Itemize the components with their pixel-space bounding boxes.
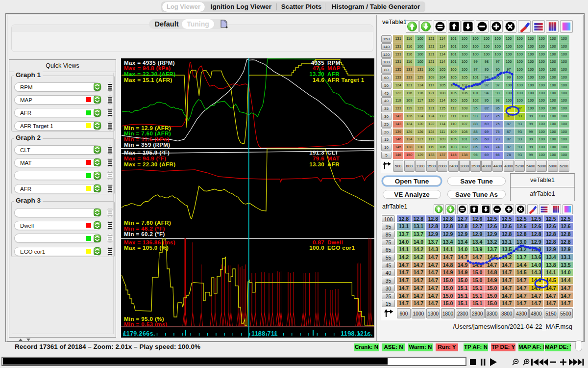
svg-text:EGO cor1: EGO cor1 <box>327 245 355 251</box>
svg-text:14.6: 14.6 <box>313 77 324 83</box>
svg-text:Min = 46.2 (°F): Min = 46.2 (°F) <box>124 226 165 232</box>
svg-text:Max = 15.1 (AFR): Max = 15.1 (AFR) <box>124 77 172 83</box>
svg-text:Max = 4935 (RPM): Max = 4935 (RPM) <box>124 60 175 66</box>
svg-text:Min = 11.6 (kPa): Min = 11.6 (kPa) <box>124 136 169 142</box>
svg-text:MAP: MAP <box>327 65 341 71</box>
svg-text:Min = 60.2 (°F): Min = 60.2 (°F) <box>124 231 165 237</box>
svg-text:Max = 136.86 (ms): Max = 136.86 (ms) <box>124 239 175 245</box>
svg-text:Min = 7.60 (AFR): Min = 7.60 (AFR) <box>124 131 171 136</box>
svg-text:Max = 22.30 (AFR): Max = 22.30 (AFR) <box>124 71 176 77</box>
svg-text:Max = 94.8 (kPa): Max = 94.8 (kPa) <box>124 65 171 71</box>
svg-text:Max = 22.30 (AFR): Max = 22.30 (AFR) <box>124 161 176 167</box>
svg-text:1198.121s.: 1198.121s. <box>341 330 373 337</box>
svg-text:RPM: RPM <box>327 60 341 66</box>
svg-text:1179.266s.: 1179.266s. <box>123 330 155 337</box>
svg-text:Min = 7.60 (AFR): Min = 7.60 (AFR) <box>124 220 171 226</box>
svg-text:AFR: AFR <box>327 161 340 167</box>
svg-text:79.6: 79.6 <box>313 156 324 161</box>
svg-text:Min = 0.53 (ms): Min = 0.53 (ms) <box>124 321 168 327</box>
svg-text:1188.711: 1188.711 <box>251 330 278 337</box>
svg-text:Max = 195.9 (°F): Max = 195.9 (°F) <box>124 150 170 156</box>
svg-text:Max = 105.0 (%): Max = 105.0 (%) <box>124 245 169 251</box>
svg-text:Min = 95.0 (%): Min = 95.0 (%) <box>124 316 164 322</box>
svg-text:47.6: 47.6 <box>313 65 324 71</box>
svg-text:AFR: AFR <box>327 71 340 77</box>
svg-text:CLT: CLT <box>327 150 339 156</box>
svg-text:191.3: 191.3 <box>309 150 324 156</box>
svg-text:AFR Target 1: AFR Target 1 <box>327 77 365 83</box>
svg-text:0.87: 0.87 <box>313 239 324 245</box>
svg-text:Min = 359 (RPM): Min = 359 (RPM) <box>124 142 171 148</box>
svg-text:4935: 4935 <box>311 60 324 66</box>
svg-text:13.30: 13.30 <box>309 161 324 167</box>
svg-text:100.0: 100.0 <box>309 245 324 251</box>
svg-text:MAT: MAT <box>327 156 340 161</box>
svg-text:Min = 12.9 (AFR): Min = 12.9 (AFR) <box>124 125 171 131</box>
svg-text:13.30: 13.30 <box>309 71 324 77</box>
svg-text:Max = 94.9 (°F): Max = 94.9 (°F) <box>124 156 166 161</box>
svg-text:Dwell: Dwell <box>327 239 343 245</box>
